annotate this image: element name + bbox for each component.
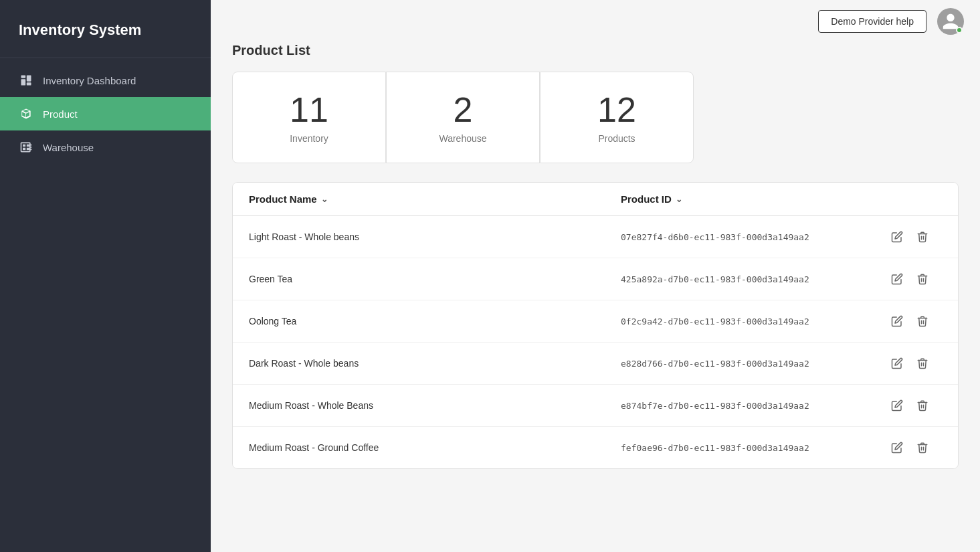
sidebar-item-label-dashboard: Inventory Dashboard <box>43 75 136 86</box>
delete-button[interactable] <box>914 439 931 456</box>
delete-button[interactable] <box>914 228 931 246</box>
svg-rect-3 <box>27 82 31 85</box>
delete-button[interactable] <box>914 355 931 372</box>
sidebar: Inventory System Inventory Dashboard Pro… <box>0 0 211 552</box>
cell-actions <box>888 439 942 456</box>
cell-product-name: Medium Roast - Whole Beans <box>249 400 621 411</box>
page-title: Product List <box>232 43 959 58</box>
delete-button[interactable] <box>914 312 931 330</box>
cell-actions <box>888 270 942 288</box>
cell-product-id: 425a892a-d7b0-ec11-983f-000d3a149aa2 <box>621 274 888 284</box>
cell-product-id: e828d766-d7b0-ec11-983f-000d3a149aa2 <box>621 359 888 369</box>
edit-button[interactable] <box>888 270 906 288</box>
edit-button[interactable] <box>888 397 906 414</box>
edit-button[interactable] <box>888 355 906 372</box>
cell-product-name: Medium Roast - Ground Coffee <box>249 442 621 453</box>
table-header: Product Name ⌄ Product ID ⌄ <box>233 183 958 216</box>
warehouse-icon <box>19 140 33 155</box>
edit-button[interactable] <box>888 312 906 330</box>
stat-number-inventory: 11 <box>290 91 328 129</box>
cell-product-id: 07e827f4-d6b0-ec11-983f-000d3a149aa2 <box>621 232 888 242</box>
dashboard-icon <box>19 73 33 88</box>
edit-button[interactable] <box>888 228 906 246</box>
stat-number-warehouse: 2 <box>454 91 473 129</box>
product-table: Product Name ⌄ Product ID ⌄ Light Roast … <box>232 182 959 469</box>
demo-provider-button[interactable]: Demo Provider help <box>818 10 926 33</box>
cell-product-id: e874bf7e-d7b0-ec11-983f-000d3a149aa2 <box>621 401 888 411</box>
sidebar-title: Inventory System <box>0 0 211 58</box>
stat-card-inventory: 11 Inventory <box>232 72 386 163</box>
column-header-id[interactable]: Product ID ⌄ <box>621 193 888 205</box>
stat-number-products: 12 <box>597 91 636 129</box>
chevron-down-icon: ⌄ <box>321 195 328 204</box>
sidebar-item-label-product: Product <box>43 108 78 120</box>
cell-actions <box>888 228 942 246</box>
sidebar-item-warehouse[interactable]: Warehouse <box>0 130 211 164</box>
avatar[interactable] <box>937 8 964 35</box>
stat-label-warehouse: Warehouse <box>439 133 486 144</box>
stat-label-inventory: Inventory <box>290 133 328 144</box>
cell-actions <box>888 355 942 372</box>
stat-card-products: 12 Products <box>540 72 694 163</box>
header-right: Demo Provider help <box>818 8 964 35</box>
table-row: Dark Roast - Whole beans e828d766-d7b0-e… <box>233 343 958 385</box>
avatar-online-dot <box>956 27 963 33</box>
cell-actions <box>888 312 942 330</box>
product-icon <box>19 106 33 121</box>
table-body: Light Roast - Whole beans 07e827f4-d6b0-… <box>233 216 958 468</box>
cell-product-name: Dark Roast - Whole beans <box>249 358 621 369</box>
cell-product-name: Light Roast - Whole beans <box>249 232 621 242</box>
sidebar-item-inventory-dashboard[interactable]: Inventory Dashboard <box>0 64 211 97</box>
stat-label-products: Products <box>598 133 635 144</box>
sidebar-item-product[interactable]: Product <box>0 97 211 130</box>
table-row: Medium Roast - Ground Coffee fef0ae96-d7… <box>233 427 958 468</box>
stat-card-warehouse: 2 Warehouse <box>386 72 540 163</box>
chevron-down-icon-id: ⌄ <box>676 195 682 204</box>
table-row: Medium Roast - Whole Beans e874bf7e-d7b0… <box>233 385 958 427</box>
sidebar-item-label-warehouse: Warehouse <box>43 142 94 153</box>
cell-product-id: 0f2c9a42-d7b0-ec11-983f-000d3a149aa2 <box>621 316 888 327</box>
cell-product-name: Green Tea <box>249 274 621 284</box>
main-header: Demo Provider help <box>211 0 980 43</box>
edit-button[interactable] <box>888 439 906 456</box>
stats-row: 11 Inventory 2 Warehouse 12 Products <box>232 72 959 163</box>
cell-actions <box>888 397 942 414</box>
cell-product-id: fef0ae96-d7b0-ec11-983f-000d3a149aa2 <box>621 443 888 453</box>
column-header-name[interactable]: Product Name ⌄ <box>249 193 621 205</box>
delete-button[interactable] <box>914 397 931 414</box>
svg-rect-0 <box>21 76 26 78</box>
main-content: Product List 11 Inventory 2 Warehouse 12… <box>211 43 980 552</box>
table-row: Green Tea 425a892a-d7b0-ec11-983f-000d3a… <box>233 258 958 300</box>
table-row: Light Roast - Whole beans 07e827f4-d6b0-… <box>233 216 958 258</box>
delete-button[interactable] <box>914 270 931 288</box>
cell-product-name: Oolong Tea <box>249 316 621 327</box>
sidebar-nav: Inventory Dashboard Product Warehouse <box>0 64 211 164</box>
svg-rect-1 <box>21 79 26 85</box>
svg-rect-2 <box>27 76 31 82</box>
main-area: Demo Provider help Product List 11 Inven… <box>211 0 980 552</box>
table-row: Oolong Tea 0f2c9a42-d7b0-ec11-983f-000d3… <box>233 300 958 343</box>
